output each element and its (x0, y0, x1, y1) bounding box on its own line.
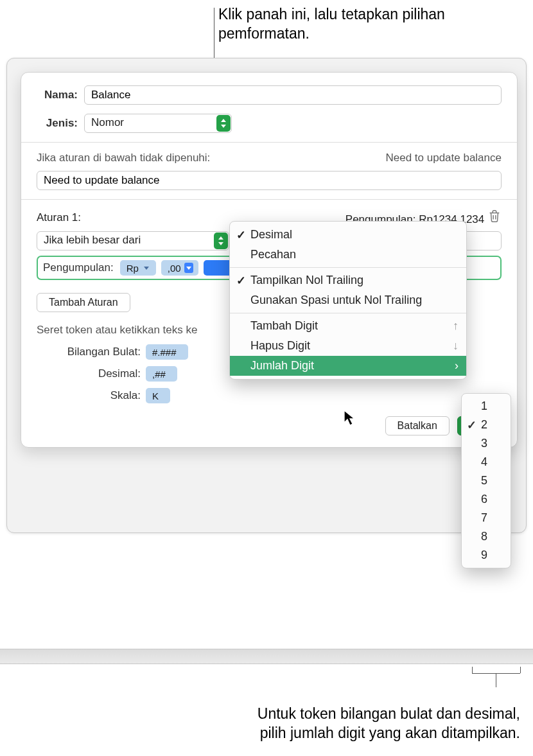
type-select-value: Nomor (84, 114, 232, 133)
submenu-item-2[interactable]: ✓2 (462, 416, 511, 434)
fallback-preview: Need to update balance (385, 152, 502, 164)
menu-item-add-digit[interactable]: Tambah Digit ↑ (230, 316, 466, 336)
stepper-icon (214, 233, 228, 249)
divider (21, 142, 517, 143)
stepper-icon (216, 115, 231, 132)
submenu-label: 8 (481, 530, 487, 543)
annotation-bottom: Untuk token bilangan bulat dan desimal, … (257, 705, 520, 743)
digit-count-submenu: 1✓23456789 (461, 393, 511, 568)
condition-select[interactable]: Jika lebih besar dari (37, 231, 229, 251)
skala-label: Skala: (37, 389, 146, 402)
submenu-item-9[interactable]: 9 (462, 546, 511, 565)
menu-item-remove-digit[interactable]: Hapus Digit ↓ (230, 336, 466, 356)
desimal-token[interactable]: ,## (146, 366, 177, 382)
menu-separator (230, 267, 466, 268)
check-icon: ✓ (467, 418, 476, 432)
menu-separator (230, 313, 466, 313)
callout-line-bottom (496, 673, 496, 687)
menu-label: Hapus Digit (250, 339, 310, 353)
menu-label: Gunakan Spasi untuk Nol Trailing (250, 294, 422, 307)
decimal-token[interactable]: ,00 (161, 260, 198, 276)
submenu-label: 4 (481, 455, 487, 469)
menu-item-desimal[interactable]: ✓ Desimal (230, 225, 466, 245)
skala-token[interactable]: K (146, 388, 170, 403)
add-rule-button[interactable]: Tambah Aturan (37, 293, 130, 312)
submenu-item-6[interactable]: 6 (462, 490, 511, 509)
menu-item-trailing-zero[interactable]: ✓ Tampilkan Nol Trailing (230, 270, 466, 290)
submenu-label: 9 (481, 549, 487, 562)
callout-bracket-right (520, 667, 521, 673)
submenu-label: 3 (481, 437, 487, 450)
menu-item-digit-count[interactable]: Jumlah Digit › (230, 356, 466, 376)
type-select[interactable]: Nomor (84, 114, 232, 133)
arrow-down-icon: ↓ (453, 339, 459, 353)
fallback-label: Jika aturan di bawah tidak dipenuhi: (37, 152, 210, 164)
submenu-item-1[interactable]: 1 (462, 397, 511, 416)
arrow-up-icon: ↑ (453, 319, 459, 333)
menu-item-space-trailing[interactable]: Gunakan Spasi untuk Nol Trailing (230, 290, 466, 310)
condition-value: Jika lebih besar dari (37, 231, 229, 251)
decimal-token-text: ,00 (168, 263, 181, 274)
check-icon: ✓ (236, 274, 246, 288)
name-label: Nama: (37, 89, 84, 101)
menu-label: Desimal (250, 228, 292, 242)
menu-label: Tampilkan Nol Trailing (250, 274, 363, 287)
fallback-header: Jika aturan di bawah tidak dipenuhi: Nee… (37, 152, 502, 164)
submenu-item-7[interactable]: 7 (462, 509, 511, 527)
callout-bracket-left (472, 667, 473, 673)
menu-label: Tambah Digit (250, 319, 318, 333)
submenu-label: 6 (481, 493, 487, 506)
submenu-label: 1 (481, 400, 487, 413)
submenu-label: 2 (481, 418, 487, 432)
submenu-item-3[interactable]: 3 (462, 434, 511, 453)
fallback-field[interactable] (37, 171, 502, 190)
menu-item-pecahan[interactable]: Pecahan (230, 245, 466, 265)
name-input[interactable] (84, 85, 502, 105)
submenu-item-4[interactable]: 4 (462, 453, 511, 471)
window-footer-strip (0, 649, 533, 664)
type-label: Jenis: (37, 117, 84, 130)
submenu-item-5[interactable]: 5 (462, 471, 511, 490)
divider-2 (21, 199, 517, 200)
check-icon: ✓ (236, 228, 246, 242)
currency-token-text: Rp (127, 263, 139, 274)
decimal-token-dropdown-menu: ✓ Desimal Pecahan ✓ Tampilkan Nol Traili… (229, 221, 467, 380)
dialog-footer: Batalkan OK (37, 416, 502, 435)
trash-icon[interactable] (487, 213, 502, 225)
currency-token[interactable]: Rp (120, 260, 156, 276)
submenu-label: 5 (481, 474, 487, 488)
menu-label: Jumlah Digit (250, 359, 314, 373)
grouping-label: Pengumpulan: (42, 261, 115, 274)
name-row: Nama: (37, 85, 502, 105)
chevron-down-icon (142, 263, 151, 273)
chevron-right-icon: › (455, 359, 459, 373)
submenu-label: 7 (481, 511, 487, 525)
type-row: Jenis: Nomor (37, 114, 502, 133)
bilangan-token[interactable]: #.### (146, 344, 188, 360)
bilangan-label: Bilangan Bulat: (37, 346, 146, 358)
annotation-top: Klik panah ini, lalu tetapkan pilihan pe… (218, 5, 475, 44)
menu-label: Pecahan (250, 248, 296, 261)
rule-title: Aturan 1: (37, 211, 81, 224)
token-dropdown-icon[interactable] (184, 263, 193, 273)
desimal-label: Desimal: (37, 367, 146, 380)
submenu-item-8[interactable]: 8 (462, 527, 511, 546)
cancel-button[interactable]: Batalkan (385, 416, 450, 435)
